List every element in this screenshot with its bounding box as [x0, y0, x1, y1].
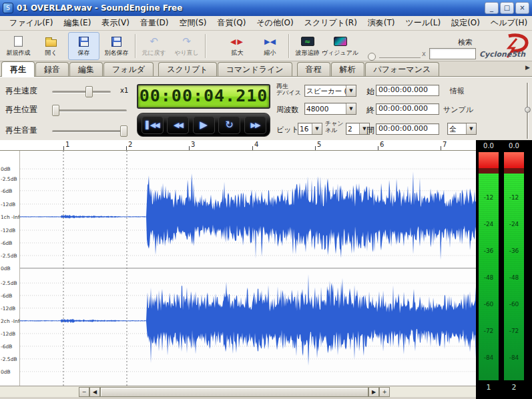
- panel-vertical-slider-knob[interactable]: [525, 107, 531, 113]
- wave-trace-icon: ≈: [301, 37, 314, 46]
- db-row-label: -2.5dB: [0, 252, 19, 258]
- meter-scale-label: -84: [479, 354, 499, 361]
- end-label: 終: [366, 105, 374, 116]
- time-ruler[interactable]: 1 2 3 4 5 6 7: [0, 140, 476, 151]
- chevron-down-icon[interactable]: ▼: [346, 103, 356, 114]
- save-button[interactable]: 保存: [68, 32, 99, 60]
- tab-overflow-arrow[interactable]: ▶: [525, 64, 530, 71]
- meter-channel-number-2: 2: [504, 383, 524, 392]
- menu-play[interactable]: 演奏(T): [362, 16, 401, 30]
- volume-slider-track[interactable]: [52, 130, 127, 133]
- scrollbar-thumb[interactable]: [100, 387, 368, 397]
- wave-trace-button[interactable]: ≈ 波形追跡: [292, 32, 323, 60]
- zoom-out-icon: ▶◀: [264, 37, 276, 47]
- visual-button[interactable]: ヴィジュアル: [324, 32, 356, 60]
- bit-select[interactable]: 16 ▼: [298, 123, 322, 135]
- all-select[interactable]: 全 ▼: [447, 123, 477, 135]
- tab-performance[interactable]: パフォーマンス: [365, 62, 440, 76]
- device-label: 再生 デバイス: [276, 83, 301, 96]
- skip-start-button[interactable]: ▌◀◀: [142, 116, 164, 134]
- tab-commandline[interactable]: コマンドライン: [218, 62, 292, 76]
- channel-2-label: 2ch -InfdB: [0, 318, 19, 324]
- db-scale: 0dB -2.5dB -6dB -12dB 1ch -InfdB -12dB -…: [0, 151, 20, 386]
- menu-script[interactable]: スクリプト(R): [299, 16, 362, 30]
- fast-forward-button[interactable]: ▶▶: [244, 116, 266, 134]
- menu-volume[interactable]: 音量(D): [135, 16, 174, 30]
- start-time-field[interactable]: 00:00:00.000: [376, 85, 439, 96]
- frequency-select[interactable]: 48000 ▼: [304, 103, 356, 115]
- zoom-in-button-small[interactable]: +: [379, 387, 390, 397]
- waveform-svg: [20, 151, 476, 386]
- maximize-button[interactable]: □: [500, 2, 514, 14]
- mini-slider-track[interactable]: [379, 57, 421, 58]
- zoom-out-button-small[interactable]: −: [79, 387, 89, 397]
- range-time-field[interactable]: 00:00:00.000: [376, 123, 439, 135]
- menu-space[interactable]: 空間(S): [174, 16, 212, 30]
- tab-script[interactable]: スクリプト: [158, 62, 216, 76]
- chevron-down-icon[interactable]: ▼: [312, 123, 322, 134]
- ruler-mark: 6: [380, 141, 384, 148]
- menu-view[interactable]: 表示(V): [96, 16, 135, 30]
- end-time-field[interactable]: 00:00:00.000: [376, 103, 439, 115]
- peak-value-2: 0.0: [504, 142, 524, 149]
- close-button[interactable]: ×: [515, 2, 529, 14]
- waveform-canvas[interactable]: [20, 151, 476, 386]
- zoom-in-button[interactable]: ◀▶ 拡大: [222, 32, 253, 60]
- tab-play[interactable]: 再生: [1, 61, 35, 77]
- tab-pitch[interactable]: 音程: [297, 62, 330, 76]
- minimize-button[interactable]: _: [485, 2, 499, 14]
- menu-edit[interactable]: 編集(E): [58, 16, 96, 30]
- zoom-out-button[interactable]: ▶◀ 縮小: [254, 32, 286, 60]
- device-select[interactable]: スピーカー ( ▼: [304, 85, 356, 97]
- search-clear-button[interactable]: x: [422, 50, 426, 57]
- peak-value-1: 0.0: [479, 142, 499, 149]
- channel-label: チャン ネル: [325, 120, 344, 133]
- tab-record[interactable]: 録音: [35, 62, 69, 76]
- bit-label: ビット: [276, 125, 299, 135]
- redo-button[interactable]: ↷ やり直し: [171, 32, 202, 60]
- ruler-mark: 3: [191, 141, 195, 148]
- play-button[interactable]: ▶: [193, 116, 215, 134]
- position-slider-track[interactable]: [52, 109, 127, 112]
- db-row-label: -2.5dB: [0, 175, 19, 181]
- rewind-button[interactable]: ◀◀: [167, 116, 189, 134]
- speed-value: x1: [120, 87, 128, 94]
- scroll-left-arrow[interactable]: ◀: [89, 387, 100, 397]
- meter-scale-label: -60: [479, 301, 499, 308]
- tab-folder[interactable]: フォルダ: [103, 62, 154, 76]
- tab-bar: 再生 録音 編集 フォルダ スクリプト コマンドライン 音程 解析 パフォーマン…: [0, 61, 532, 77]
- open-button[interactable]: 開く: [35, 32, 67, 60]
- menu-quality[interactable]: 音質(Q): [212, 16, 252, 30]
- volume-slider-thumb[interactable]: [120, 125, 127, 137]
- ruler-mark: 1: [65, 141, 69, 148]
- scroll-right-arrow[interactable]: ▶: [368, 387, 379, 397]
- search-input[interactable]: [429, 48, 476, 59]
- loop-button[interactable]: ↻: [218, 116, 240, 134]
- menu-file[interactable]: ファイル(F): [4, 16, 58, 30]
- menu-settings[interactable]: 設定(O): [446, 16, 485, 30]
- meter-scale-label: -48: [479, 274, 499, 281]
- chevron-down-icon[interactable]: ▼: [466, 123, 476, 134]
- save-as-button[interactable]: 別名保存: [101, 32, 132, 60]
- position-slider-thumb[interactable]: [52, 105, 59, 116]
- speed-slider-thumb[interactable]: [85, 86, 93, 97]
- chevron-down-icon[interactable]: ▼: [346, 85, 356, 96]
- tab-edit[interactable]: 編集: [69, 62, 103, 76]
- knob-icon[interactable]: [368, 53, 376, 61]
- toolbar-separator: [205, 34, 206, 58]
- meter-red-zone: [504, 152, 524, 168]
- db-row-label: 0dB: [0, 266, 19, 272]
- menu-other[interactable]: その他(O): [251, 16, 298, 30]
- menu-help[interactable]: ヘルプ(H): [485, 16, 532, 30]
- speed-slider-track[interactable]: [52, 91, 111, 93]
- window-title: 01 OVERLAP.wav - SoundEngine Free: [17, 3, 483, 13]
- db-row-label: 0dB: [0, 368, 19, 374]
- undo-button[interactable]: ↶ 元に戻す: [138, 32, 170, 60]
- tab-analysis[interactable]: 解析: [331, 62, 364, 76]
- menu-tools[interactable]: ツール(L): [401, 16, 447, 30]
- ruler-tick: [315, 146, 316, 150]
- level-meter-2: -12 -24 -36 -48 -60 -72 -84: [504, 152, 524, 380]
- db-row-label: -12dB: [0, 330, 19, 336]
- level-meter-panel: 0.0 0.0 -12 -24 -36 -48 -60 -72 -84 -12 …: [476, 140, 532, 399]
- new-file-button[interactable]: 新規作成: [3, 32, 34, 60]
